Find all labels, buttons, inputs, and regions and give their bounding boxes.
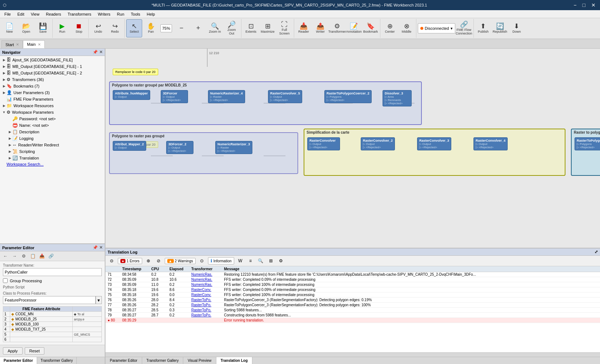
bottom-tab-parameter-editor[interactable]: Parameter Editor — [105, 357, 142, 364]
param-back-button[interactable]: ← — [1, 252, 9, 260]
close-btn[interactable]: ✕ — [590, 2, 597, 8]
log-settings-icon[interactable]: ⚙ — [277, 257, 285, 265]
log-text-icon[interactable]: W — [236, 257, 244, 265]
menu-item-edit[interactable]: Edit — [15, 11, 27, 17]
param-forward-button[interactable]: → — [11, 252, 19, 260]
transformer-link[interactable]: RasterToPo. — [191, 308, 211, 312]
republish-button[interactable]: 🔄 Republish — [492, 19, 508, 37]
menu-item-file[interactable]: File — [1, 11, 14, 17]
download-button[interactable]: ⬇ Down — [509, 19, 525, 37]
group-processing-checkbox[interactable] — [3, 278, 8, 283]
transformer-button[interactable]: ⚙ Transformer — [329, 19, 345, 37]
param-refresh-button[interactable]: ⚙ — [20, 252, 28, 260]
reader-button[interactable]: 📥 Reader — [296, 19, 312, 37]
class-dropdown-button[interactable]: ▾ — [96, 296, 102, 304]
log-filter2-icon[interactable]: ⊞ — [267, 257, 275, 265]
param-link-button[interactable]: 🔗 — [47, 252, 55, 260]
param-editor-close-icon[interactable]: ✕ — [99, 245, 103, 250]
log-scroll-down-button[interactable]: ⊕ — [144, 257, 152, 265]
maximize-canvas-button[interactable]: ⊞ Maximize — [260, 19, 276, 37]
nav-item-translation[interactable]: ▶ 🔄 Translation — [0, 155, 105, 161]
node-rasterconvolver-5[interactable]: RasterConvolver_5 ▷ Output ▷ <Rejected> — [268, 90, 302, 103]
log-info-filter[interactable]: ℹ Information — [208, 257, 234, 264]
nav-item-workspace-params[interactable]: ▼ ⚙ Workspace Parameters — [0, 109, 105, 116]
log-expand-icon[interactable]: ⤢ — [595, 250, 598, 254]
new-button[interactable]: 📄 New — [1, 19, 17, 37]
nav-item-description[interactable]: ▶ 📋 Description — [0, 129, 105, 135]
menu-item-transformers[interactable]: Transformers — [65, 11, 94, 17]
node-rastertopolygoncoercer-2[interactable]: RasterToPolygonCoercer_2 ▷ Polygons ▷ <R… — [324, 90, 372, 103]
nav-item-mb-output-2[interactable]: ▶ 🗄 MB_Output [GEODATABASE_FILE] - 2 — [0, 70, 105, 76]
tab-start-close[interactable]: ✕ — [16, 43, 19, 46]
tab-transformer-gallery[interactable]: Transformer Gallery — [37, 357, 77, 364]
workspace-search-link[interactable]: Workspace Search... — [7, 162, 44, 166]
node-numericrasterizer-4[interactable]: NumericRasterizer_4 ▷ Raster ▷ <Rejected… — [208, 90, 245, 103]
menu-item-tools[interactable]: Tools — [128, 11, 143, 17]
zoom-in-button[interactable]: 🔍 Zoom In — [207, 19, 223, 37]
transformer-link[interactable]: RasterToPo. — [191, 313, 211, 317]
select-button[interactable]: ↖ Select — [126, 19, 142, 37]
node-numericrasterizer-3[interactable]: NumericRasterizer_3 ▷ Raster ▷ <Rejected… — [215, 141, 252, 154]
nav-item-mb-output-1[interactable]: ▶ 🗄 MB_Output [GEODATABASE_FILE] - 1 — [0, 63, 105, 70]
class-input[interactable] — [3, 296, 96, 304]
bottom-tab-transformer-gallery[interactable]: Transformer Gallery — [142, 357, 184, 364]
menu-item-run[interactable]: Run — [114, 11, 127, 17]
apply-button[interactable]: Apply — [3, 347, 23, 355]
pan-button[interactable]: ✋ Pan — [143, 19, 159, 37]
nav-item-transformers[interactable]: ▶ ⚙ Transformers (36) — [0, 76, 105, 83]
log-scroll-up-button[interactable]: ⊝ — [108, 257, 116, 265]
nav-item-logging[interactable]: ▶ 📝 Logging — [0, 135, 105, 142]
node-rastertopolygoncoercer[interactable]: RasterToPolygonCoercer ▷ Polygons ▷ <Rej… — [575, 137, 600, 150]
canvas-area[interactable]: 12 210 Remplacer le code 0 par 20 Polygo… — [105, 49, 600, 248]
nav-item-workspace-resources[interactable]: ▶ 📁 Workspace Resources — [0, 102, 105, 109]
param-add-button[interactable]: 📥 — [38, 252, 46, 260]
tab-main[interactable]: Main ✕ — [23, 40, 45, 48]
log-list-icon[interactable]: ≡ — [247, 257, 255, 265]
param-editor-pin-icon[interactable]: 📌 — [93, 245, 98, 250]
node-rasterconvolver[interactable]: RasterConvolver ▷ Output ▷ <Rejected> — [307, 137, 340, 150]
node-dissolver-3[interactable]: Dissolver_3 ▷ Area ▷ Remnants ▷ <Rejecte… — [383, 90, 412, 106]
node-rasterconvolver-3[interactable]: RasterConvolver_3 ▷ Output ▷ <Rejected> — [417, 137, 451, 150]
annotation-button[interactable]: 📝 Annotation — [346, 19, 362, 37]
nav-item-workspace-search[interactable]: Workspace Search... — [0, 161, 105, 167]
node-attribut-mapper-2[interactable]: Attribut_Mapper_2 ▷ Output — [113, 141, 146, 151]
extents-button[interactable]: ⊡ Extents — [243, 19, 259, 37]
nav-item-user-params[interactable]: ▶ 👤 User Parameters (3) — [0, 89, 105, 96]
transformer-link[interactable]: RasterConv. — [191, 293, 211, 297]
menu-item-readers[interactable]: Readers — [43, 11, 64, 17]
run-button[interactable]: ▶ Run — [54, 19, 70, 37]
stop-button[interactable]: ⏹ Stop — [71, 19, 87, 37]
node-attribute-huemapper[interactable]: Attribute_hueMapper ▷ Output — [113, 90, 150, 100]
log-search-icon[interactable]: 🔍 — [257, 257, 265, 265]
nav-item-bookmarks[interactable]: ▶ 🔖 Bookmarks (7) — [0, 83, 105, 89]
log-warnings-filter[interactable]: ▲ 2 Warnings — [165, 258, 196, 264]
bottom-tab-translation-log[interactable]: Translation Log — [216, 357, 252, 364]
minimize-btn[interactable]: − — [572, 2, 578, 8]
nav-item-scripting[interactable]: ▶ 📜 Scripting — [0, 148, 105, 155]
tab-start[interactable]: Start ✕ — [1, 40, 23, 48]
param-copy-button[interactable]: 📋 — [29, 252, 37, 260]
open-button[interactable]: 📂 Open — [18, 19, 34, 37]
transformer-link[interactable]: NumericRas. — [191, 283, 212, 287]
node-3dforcer[interactable]: 3DForcer ▷ Output ▷ <Rejected> — [161, 90, 188, 103]
navigator-close-icon[interactable]: ✕ — [99, 50, 103, 54]
node-rasterconvolver-2[interactable]: RasterConvolver_2 ▷ Output ▷ <Rejected> — [361, 137, 395, 150]
maximize-btn[interactable]: □ — [581, 2, 587, 8]
navigator-pin-icon[interactable]: 📌 — [93, 50, 98, 54]
tab-main-close[interactable]: ✕ — [38, 43, 41, 46]
log-horizontal-scrollbar[interactable] — [105, 352, 600, 357]
nav-item-fme-flow[interactable]: 📊 FME Flow Parameters — [0, 96, 105, 102]
menu-item-help[interactable]: Help — [144, 11, 158, 17]
disconnected-dropdown[interactable]: Disconnected ▾ — [418, 23, 455, 33]
log-info-icon-btn[interactable]: ⊙ — [198, 257, 206, 265]
nav-item-password[interactable]: 🔑 Password: <not set> — [0, 116, 105, 122]
undo-button[interactable]: ↩ Undo — [90, 19, 106, 37]
publish-button[interactable]: ⬆ Publish — [475, 19, 491, 37]
reset-button[interactable]: Reset — [25, 347, 45, 355]
center-button[interactable]: ⊕ Center — [382, 19, 398, 37]
bottom-tab-visual-preview[interactable]: Visual Preview — [183, 357, 216, 364]
writer-button[interactable]: 📤 Writer — [312, 19, 328, 37]
menu-item-view[interactable]: View — [28, 11, 43, 17]
zoom-minus-button[interactable]: − — [173, 19, 189, 37]
bookmark-button[interactable]: 🔖 Bookmark — [363, 19, 379, 37]
